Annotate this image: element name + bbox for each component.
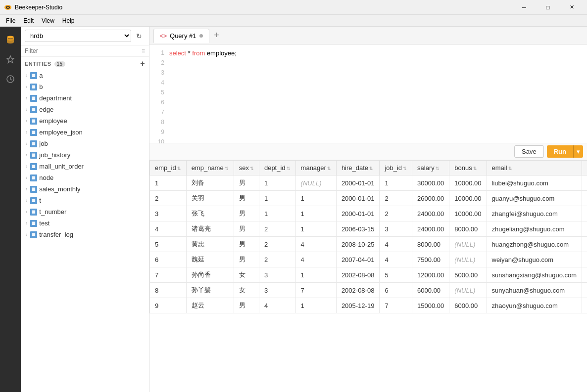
table-row: 4诸葛亮男212006-03-15324000.008000.00zhugeli… bbox=[150, 221, 587, 237]
cell-emp_id: 3 bbox=[150, 206, 187, 221]
entity-item-transfer_log[interactable]: › ▦ transfer_log bbox=[21, 229, 149, 240]
menubar-item-view[interactable]: View bbox=[38, 16, 58, 25]
table-icon-t: ▦ bbox=[30, 197, 37, 204]
cell-manager: 1 bbox=[295, 298, 336, 313]
entity-item-sales_monthly[interactable]: › ▦ sales_monthly bbox=[21, 183, 149, 195]
entity-item-job[interactable]: › ▦ job bbox=[21, 138, 149, 149]
col-header-salary[interactable]: salary⇅ bbox=[412, 161, 449, 175]
sort-icon: ⇅ bbox=[508, 166, 512, 171]
col-header-emp_id[interactable]: emp_id⇅ bbox=[150, 161, 187, 175]
favorites-icon-btn[interactable] bbox=[1, 50, 19, 68]
cell-salary: 15000.00 bbox=[412, 298, 449, 313]
entity-name-label: employee_json bbox=[39, 129, 145, 136]
run-button[interactable]: Run bbox=[547, 145, 573, 158]
cell-salary: 6000.00 bbox=[412, 283, 449, 298]
menubar-item-edit[interactable]: Edit bbox=[19, 16, 38, 25]
sort-icon: ⇅ bbox=[225, 166, 229, 171]
cell-bonus: (NULL) bbox=[449, 237, 487, 252]
results-area[interactable]: emp_id⇅emp_name⇅sex⇅dept_id⇅manager⇅hire… bbox=[149, 160, 587, 392]
database-icon-btn[interactable] bbox=[1, 31, 19, 48]
line-number-6: 6 bbox=[154, 98, 164, 108]
cell-manager: (NULL) bbox=[295, 175, 336, 191]
col-header-manager[interactable]: manager⇅ bbox=[295, 161, 336, 175]
cell-comme: (NUI bbox=[582, 175, 587, 191]
entity-item-department[interactable]: › ▦ department bbox=[21, 92, 149, 104]
chevron-right-icon: › bbox=[26, 209, 27, 215]
query-tab-label: Query #1 bbox=[170, 32, 196, 40]
cell-bonus: (NULL) bbox=[449, 252, 487, 267]
table-row: 8孙丫鬟女372002-08-0866000.00(NULL)sunyahuan… bbox=[150, 283, 587, 298]
col-header-comme[interactable]: comme⇅ bbox=[582, 161, 587, 175]
chevron-right-icon: › bbox=[26, 220, 27, 226]
menubar-item-help[interactable]: Help bbox=[58, 16, 79, 25]
cell-emp_name: 孙尚香 bbox=[186, 267, 234, 283]
cell-sex: 男 bbox=[234, 221, 259, 237]
cell-salary: 12000.00 bbox=[412, 267, 449, 283]
history-icon-btn[interactable] bbox=[1, 70, 19, 88]
entity-name-label: sales_monthly bbox=[39, 185, 145, 193]
col-header-job_id[interactable]: job_id⇅ bbox=[380, 161, 412, 175]
chevron-right-icon: › bbox=[26, 186, 27, 192]
add-entity-button[interactable]: + bbox=[140, 60, 145, 68]
entity-item-test[interactable]: › ▦ test bbox=[21, 218, 149, 229]
add-tab-button[interactable]: + bbox=[210, 29, 223, 42]
filter-input[interactable] bbox=[25, 47, 140, 54]
cell-emp_id: 9 bbox=[150, 298, 187, 313]
menubar-item-file[interactable]: File bbox=[2, 16, 19, 25]
cell-job_id: 5 bbox=[380, 267, 412, 283]
cell-hire_date: 2000-01-01 bbox=[336, 191, 380, 206]
query-code-area[interactable]: select * from employee; bbox=[169, 48, 587, 139]
entity-item-b[interactable]: › ▦ b bbox=[21, 81, 149, 92]
entity-item-a[interactable]: › ▦ a bbox=[21, 70, 149, 81]
entity-item-employee_json[interactable]: › ▦ employee_json bbox=[21, 127, 149, 138]
icon-bar bbox=[0, 27, 21, 392]
col-header-emp_name[interactable]: emp_name⇅ bbox=[186, 161, 234, 175]
code-line-8 bbox=[169, 118, 587, 128]
entity-item-employee[interactable]: › ▦ employee bbox=[21, 115, 149, 127]
cell-comme: NUI bbox=[582, 237, 587, 252]
col-header-dept_id[interactable]: dept_id⇅ bbox=[259, 161, 295, 175]
col-header-sex[interactable]: sex⇅ bbox=[234, 161, 259, 175]
run-dropdown-button[interactable]: ▾ bbox=[573, 145, 583, 158]
entity-item-job_history[interactable]: › ▦ job_history bbox=[21, 149, 149, 161]
line-number-8: 8 bbox=[154, 118, 164, 128]
table-row: 7孙尚香女312002-08-08512000.005000.00sunshan… bbox=[150, 267, 587, 283]
entity-item-edge[interactable]: › ▦ edge bbox=[21, 104, 149, 115]
cell-comme: NUI bbox=[582, 267, 587, 283]
chevron-right-icon: › bbox=[26, 95, 27, 101]
cell-dept_id: 1 bbox=[259, 175, 295, 191]
maximize-button[interactable]: □ bbox=[537, 0, 559, 15]
table-icon-edge: ▦ bbox=[30, 106, 37, 113]
cell-emp_name: 魏延 bbox=[186, 252, 234, 267]
minimize-button[interactable]: ─ bbox=[513, 0, 536, 15]
cell-emp_id: 6 bbox=[150, 252, 187, 267]
save-button[interactable]: Save bbox=[514, 145, 544, 158]
entity-item-t_number[interactable]: › ▦ t_number bbox=[21, 206, 149, 218]
col-header-bonus[interactable]: bonus⇅ bbox=[449, 161, 487, 175]
table-icon-sales_monthly: ▦ bbox=[30, 186, 37, 193]
cell-emp_name: 诸葛亮 bbox=[186, 221, 234, 237]
app-title: Beekeeper-Studio bbox=[15, 4, 513, 11]
cell-hire_date: 2005-12-19 bbox=[336, 298, 380, 313]
cell-job_id: 4 bbox=[380, 237, 412, 252]
cell-email: liubei@shuguo.com bbox=[487, 175, 582, 191]
close-button[interactable]: ✕ bbox=[560, 0, 583, 15]
chevron-right-icon: › bbox=[26, 232, 27, 237]
table-icon-department: ▦ bbox=[30, 95, 37, 102]
entity-item-t[interactable]: › ▦ t bbox=[21, 195, 149, 206]
col-header-email[interactable]: email⇅ bbox=[487, 161, 582, 175]
cell-emp_name: 关羽 bbox=[186, 191, 234, 206]
db-select[interactable]: hrdb bbox=[25, 30, 131, 42]
history-icon bbox=[6, 75, 15, 84]
cell-dept_id: 4 bbox=[259, 298, 295, 313]
entity-item-mall_unit_order[interactable]: › ▦ mall_unit_order bbox=[21, 161, 149, 172]
cell-emp_id: 7 bbox=[150, 267, 187, 283]
refresh-button[interactable]: ↻ bbox=[133, 30, 145, 42]
table-icon-job: ▦ bbox=[30, 140, 37, 147]
editor-toolbar: Save Run ▾ bbox=[149, 143, 587, 160]
col-header-hire_date[interactable]: hire_date⇅ bbox=[336, 161, 380, 175]
table-row: 9赵云男412005-12-19715000.006000.00zhaoyun@… bbox=[150, 298, 587, 313]
entity-item-node[interactable]: › ▦ node bbox=[21, 172, 149, 183]
query-tab-1[interactable]: <> Query #1 bbox=[153, 29, 209, 43]
cell-comme: (NUI bbox=[582, 191, 587, 206]
